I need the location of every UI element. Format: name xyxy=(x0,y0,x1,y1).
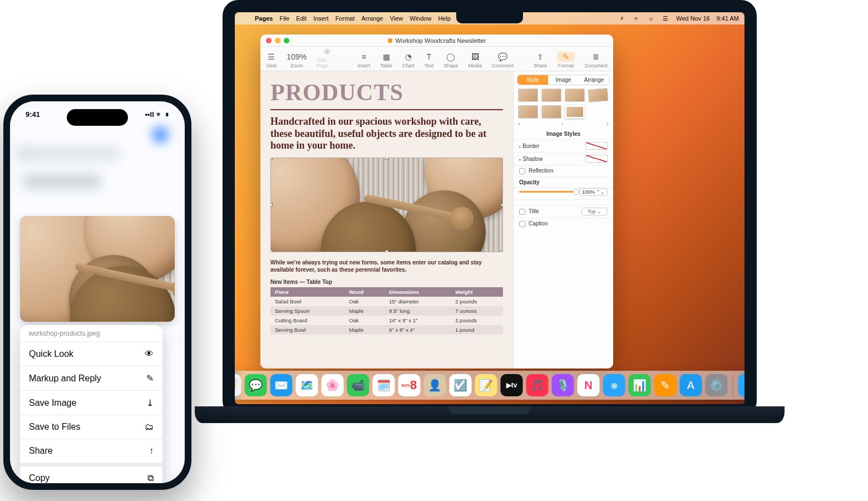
minimize-button[interactable] xyxy=(275,38,280,43)
dock-app-podcasts[interactable]: 🎙️ xyxy=(552,374,574,396)
row-title[interactable]: Title Top ⌄ xyxy=(514,205,613,218)
dock-app-tv[interactable]: ▶tv xyxy=(501,374,523,396)
table-header[interactable]: Piece xyxy=(270,287,344,297)
iphone-status-icons: ••ll ᯤ ▮ xyxy=(145,110,169,119)
tb-media[interactable]: 🖼Media xyxy=(468,52,482,68)
close-button[interactable] xyxy=(266,38,272,43)
image-style-thumbs[interactable] xyxy=(514,89,613,119)
doc-selected-image[interactable] xyxy=(270,158,503,252)
dock-downloads[interactable]: ⬇︎ xyxy=(738,374,745,396)
dock-app-control[interactable]: ⎈ xyxy=(603,374,625,396)
context-menu-filename: workshop-products.jpeg xyxy=(20,325,162,342)
dock-app-facetime[interactable]: 📹 xyxy=(347,374,369,396)
table-header[interactable]: Wood xyxy=(344,287,384,297)
row-reflection[interactable]: Reflection xyxy=(514,165,613,176)
dock-app-reminders[interactable]: ☑️ xyxy=(450,374,472,396)
dock-app-calendar[interactable]: 🗓️ xyxy=(373,374,395,396)
menu-item-save-to-files[interactable]: Save to Files🗂 xyxy=(20,415,162,439)
tb-document[interactable]: 🗎Document xyxy=(585,52,608,68)
table-header[interactable]: Dimensions xyxy=(384,287,451,297)
tb-insert[interactable]: ≡Insert xyxy=(358,52,371,68)
menu-arrange[interactable]: Arrange xyxy=(361,15,383,22)
reflection-checkbox[interactable] xyxy=(519,168,525,174)
fullscreen-button[interactable] xyxy=(284,38,289,43)
tb-share[interactable]: ⇪Share xyxy=(534,52,547,68)
stepper-icon[interactable]: ⌃⌄ xyxy=(596,189,605,195)
window-titlebar[interactable]: Workshop Woodcrafts Newsletter xyxy=(260,35,613,47)
dock-app-settings[interactable]: ⚙️ xyxy=(706,374,728,396)
menu-help[interactable]: Help xyxy=(438,15,451,22)
wifi-icon[interactable]: ᯤ xyxy=(633,15,640,22)
styles-prev-icon[interactable]: ‹ xyxy=(518,120,520,127)
menu-item-save-image[interactable]: Save Image⤓ xyxy=(20,390,162,415)
macbook-base xyxy=(195,406,785,445)
menu-edit[interactable]: Edit xyxy=(296,15,307,22)
dock-app-news[interactable]: N xyxy=(578,374,600,396)
doc-paragraph[interactable]: While we're always trying out new forms,… xyxy=(270,259,503,273)
table-row[interactable]: Cutting BoardOak14" x 9" x 1"2 pounds xyxy=(270,316,503,325)
title-checkbox[interactable] xyxy=(519,209,525,215)
dock-app-messages[interactable]: 💬 xyxy=(245,374,267,396)
menu-item-copy[interactable]: Copy⧉ xyxy=(20,466,162,483)
control-center-icon[interactable]: ☰ xyxy=(662,15,669,22)
dock-app-photos[interactable]: 🌸 xyxy=(322,374,344,396)
menu-item-markup-and-reply[interactable]: Markup and Reply✎ xyxy=(20,366,162,390)
tb-shape[interactable]: ◯Shape xyxy=(443,52,458,68)
menu-item-share[interactable]: Share↑ xyxy=(20,439,162,463)
border-swatch[interactable] xyxy=(585,142,608,150)
dock-app-appstore[interactable]: A xyxy=(680,374,702,396)
menubar-app[interactable]: Pages xyxy=(255,15,273,22)
menu-file[interactable]: File xyxy=(279,15,289,22)
table-row[interactable]: Serving BowlMaple6" x 8" x 4"1 pound xyxy=(270,325,503,335)
iphone-preview-image[interactable] xyxy=(20,216,175,322)
tab-arrange[interactable]: Arrange xyxy=(579,75,609,85)
caption-checkbox[interactable] xyxy=(519,221,525,227)
tb-table[interactable]: ▦Table xyxy=(380,52,392,68)
menubar-time[interactable]: 9:41 AM xyxy=(717,15,739,22)
dock-app-numbers[interactable]: 📊 xyxy=(629,374,651,396)
shadow-swatch[interactable] xyxy=(585,155,608,163)
title-position-select[interactable]: Top ⌄ xyxy=(581,208,608,215)
doc-lead[interactable]: Handcrafted in our spacious workshop wit… xyxy=(270,116,503,152)
menu-window[interactable]: Window xyxy=(410,15,431,22)
inspector-tabs[interactable]: Style Image Arrange xyxy=(517,75,610,85)
tb-format[interactable]: ✎Format xyxy=(557,52,575,68)
menu-view[interactable]: View xyxy=(390,15,403,22)
table-header[interactable]: Weight xyxy=(451,287,503,297)
dock-app-safari[interactable]: 🧭 xyxy=(235,374,241,396)
doc-heading[interactable]: PRODUCTS xyxy=(270,79,503,106)
table-row[interactable]: Salad BowlOak15" diameter2 pounds xyxy=(270,297,503,306)
doc-table-caption[interactable]: New Items — Table Top xyxy=(270,279,503,285)
row-shadow[interactable]: Shadow xyxy=(514,152,613,165)
tab-image[interactable]: Image xyxy=(548,75,579,85)
tb-zoom[interactable]: 109%Zoom xyxy=(287,52,307,68)
tb-comment[interactable]: 💬Comment xyxy=(492,52,514,68)
menu-item-quick-look[interactable]: Quick Look👁 xyxy=(20,342,162,366)
table-row[interactable]: Serving SpoonMaple8.5" long7 ounces xyxy=(270,306,503,316)
search-icon[interactable]: ⌕ xyxy=(647,15,655,22)
dock-app-mail[interactable]: ✉️ xyxy=(270,374,293,396)
tb-text[interactable]: TText xyxy=(425,52,434,68)
row-caption[interactable]: Caption xyxy=(514,218,613,229)
products-table[interactable]: PieceWoodDimensionsWeight Salad BowlOak1… xyxy=(270,287,503,335)
tb-chart[interactable]: ◔Chart xyxy=(402,52,415,68)
dock-app-maps[interactable]: 🗺️ xyxy=(296,374,318,396)
dock[interactable]: 😀🧭💬✉️🗺️🌸📹🗓️NOV8👤☑️📝▶tv🎵🎙️N⎈📊✎A⚙️⬇︎🗑️ xyxy=(235,371,744,400)
dock-app-cal-date[interactable]: NOV8 xyxy=(398,374,421,396)
dock-app-pages[interactable]: ✎ xyxy=(654,374,677,396)
opacity-slider[interactable]: 100%⌃⌄ xyxy=(514,188,613,196)
tb-add-page[interactable]: ⊕Add Page xyxy=(317,46,338,68)
battery-icon[interactable]: ⚡︎ xyxy=(618,15,626,22)
row-border[interactable]: Border xyxy=(514,139,613,152)
styles-next-icon[interactable]: › xyxy=(606,120,609,127)
document-canvas[interactable]: PRODUCTS Handcrafted in our spacious wor… xyxy=(260,71,513,369)
dynamic-island xyxy=(67,109,128,126)
menu-format[interactable]: Format xyxy=(336,15,355,22)
menubar-date[interactable]: Wed Nov 16 xyxy=(676,15,709,22)
menu-insert[interactable]: Insert xyxy=(313,15,329,22)
dock-app-music[interactable]: 🎵 xyxy=(526,374,549,396)
dock-app-notes[interactable]: 📝 xyxy=(475,374,497,396)
tb-view[interactable]: ☰View xyxy=(266,52,277,68)
tab-style[interactable]: Style xyxy=(517,75,548,85)
dock-app-contacts[interactable]: 👤 xyxy=(424,374,446,396)
